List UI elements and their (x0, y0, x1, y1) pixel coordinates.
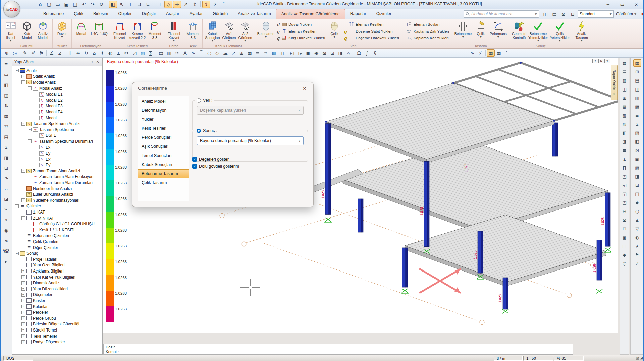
kaplama-kar-yükleri-item[interactable]: Kaplama Kar Yükleri (402, 35, 449, 41)
report-half-icon[interactable]: ◨ (633, 173, 641, 180)
tree-item-statik-analiz[interactable]: +Statik Analiz (12, 74, 102, 80)
half-fill-icon[interactable]: ◨ (336, 49, 344, 57)
tree-item-yükleme-kombinasyonları[interactable]: +↔Yükleme Kombinasyonları (12, 197, 102, 203)
tree-expander[interactable]: − (28, 86, 32, 90)
tree-item-modal-[interactable]: ζModal' (12, 115, 102, 121)
report-sum-icon[interactable]: Σ (633, 120, 641, 128)
tab-de-i-tir[interactable]: Değiştir (137, 9, 161, 19)
report-hatch-2-icon[interactable]: ◧ (633, 138, 641, 145)
report-hatch-1-icon[interactable]: ▧ (633, 129, 641, 136)
tree-expander[interactable]: + (21, 198, 25, 202)
tree-item-zaman-tanım-alanı-analizi[interactable]: −∿Zaman Tanım Alanı Analizi (12, 168, 102, 174)
eleman-kesitleri-item[interactable]: Eleman Kesitleri (344, 22, 399, 27)
tree-item-zaman-tanım-alanı-durumları[interactable]: ≋Zaman Tanım Alanı Durumları (12, 180, 102, 186)
report-shade-icon[interactable]: ◐ (633, 234, 641, 241)
t-perf-button[interactable]: Peformans▼ (489, 20, 508, 43)
tree-item-kesit-1-1-1-kesi-ti-[interactable]: Kesit 1 / 1-1 KESİTİ (12, 227, 102, 233)
tree-item-sürekli-temel[interactable]: +Sürekli Temel (12, 327, 102, 333)
cell-edit-icon[interactable]: ⊡ (621, 225, 629, 232)
tree-item-tasarım-spektrumu-durumları[interactable]: −∿Tasarım Spektrumu Durumları (12, 138, 102, 144)
tree-item-nonlineer-i-tme-analizi[interactable]: Nonlineer İtme Analizi (12, 186, 102, 192)
flag-marker-icon[interactable]: ⚑ (37, 49, 45, 57)
tab-ayarlar[interactable]: Ayarlar (184, 9, 208, 19)
report-empty-icon[interactable]: □ (633, 190, 641, 197)
hatch-icon[interactable]: ▨ (139, 49, 147, 57)
report-view-icon[interactable]: ▤ (2, 133, 10, 140)
dialog-item-perde-sonuçları[interactable]: Perde Sonuçları (138, 133, 189, 142)
select-cursor-icon[interactable]: ↖ (118, 1, 126, 8)
result-table-10-icon[interactable]: ◨ (621, 138, 629, 145)
perde-button[interactable]: EksenelKuvvet▼ (166, 20, 182, 43)
dialog-item-betonarme-tasarım[interactable]: Betonarme Tasarım (138, 169, 189, 178)
tree-expander[interactable]: − (15, 69, 19, 72)
rotate-icon[interactable]: ↻ (82, 49, 90, 57)
show-values-checkbox[interactable]: ✓ (192, 157, 197, 162)
corner-3-icon[interactable]: ◲ (621, 190, 629, 197)
tree-expander[interactable]: + (21, 293, 25, 297)
section-view-icon[interactable]: ◨ (2, 154, 10, 161)
collapse-table-icon[interactable]: ⊟ (621, 207, 629, 215)
report-preview-tab[interactable]: Rapor Önizleme (611, 65, 618, 100)
spline-icon[interactable]: ∿ (189, 49, 197, 57)
move-icon[interactable]: ✛ (66, 49, 74, 57)
zoom-in-icon[interactable]: ⊕ (3, 49, 11, 57)
fit-view-icon[interactable]: ⌂ (90, 49, 98, 57)
report-diamond-icon[interactable]: ◆ (633, 199, 641, 206)
tab-analiz-ve-tasar-m[interactable]: Analiz ve Tasarım (233, 9, 276, 19)
dialog-item-kabuk-sonuçları[interactable]: Kabuk Sonuçları (138, 160, 189, 169)
door-icon[interactable]: ⊔ (569, 10, 577, 18)
status-unit[interactable]: tf / m (494, 356, 523, 361)
tree-expander[interactable]: + (21, 275, 25, 279)
data-grid-icon[interactable]: ▦ (495, 49, 503, 57)
result-table-9-icon[interactable]: ◧ (621, 129, 629, 136)
sum-view-icon[interactable]: Σ (2, 143, 10, 151)
tab-objeler[interactable]: Objeler (113, 9, 137, 19)
stretch-icon[interactable]: ⇔ (74, 49, 82, 57)
collapse-panel-icon[interactable]: ▸ (2, 258, 10, 265)
report-fill-icon[interactable]: ▣ (633, 155, 641, 163)
report-down-icon[interactable]: ▽ (633, 225, 641, 232)
t-cel-button[interactable]: Çelik▼ (473, 20, 489, 43)
perpendicular-snap-icon[interactable]: ⊥ (126, 1, 135, 8)
tab-ara-lar[interactable]: Araçlar (161, 9, 184, 19)
delete-region-icon[interactable]: ⊠ (320, 49, 328, 57)
corner-tool-1-icon[interactable]: ◱ (288, 49, 296, 57)
shade-mode-icon[interactable]: ◐ (106, 49, 114, 57)
report-hatch-3-icon[interactable]: ▨ (633, 164, 641, 171)
idecad-logo[interactable]: ideCAD (3, 1, 20, 17)
tree-item-açıklama-bilgileri[interactable]: +Açıklama Bilgileri (12, 268, 102, 274)
sonuc-dropdown[interactable]: Boyuna donatı pursantajı (%-Kolonlar)∨ (197, 136, 304, 145)
wave-tool-icon[interactable]: ≋ (173, 49, 181, 57)
tree-item-zemi-n-kat[interactable]: −ZEMİN KAT (12, 215, 102, 221)
tree-item-kolonlar[interactable]: +Kolonlar (12, 304, 102, 310)
report-circle-icon[interactable]: ○ (633, 207, 641, 215)
quick-analysis-arrow-icon[interactable]: ˅ (220, 1, 228, 8)
result-table-4-icon[interactable]: ◫ (621, 85, 629, 93)
view-dropdown[interactable]: Görünüm▼ (615, 12, 638, 16)
raise-snap-icon[interactable]: ↥ (191, 1, 199, 8)
tree-item-analiz[interactable]: −Analiz (12, 68, 102, 74)
tree-expander[interactable]: − (28, 139, 32, 143)
mouse2-button[interactable]: Çelik▼ (326, 20, 342, 43)
döşeme-hareketli-yükleri-item[interactable]: qDöşeme Hareketli Yükleri (344, 35, 399, 41)
sum-results-icon[interactable]: Σ (621, 155, 629, 163)
eleman-boyları-item[interactable]: Eleman Boyları (402, 22, 449, 27)
mouse-button[interactable]: Betonarme▼ (256, 20, 275, 43)
tree-item-yapı-özet-bilgileri[interactable]: Yapı Özet Bilgileri (12, 262, 102, 268)
parallel-snap-icon[interactable]: ⇉ (135, 1, 143, 8)
tree-item-proje-hataları[interactable]: Proje Hataları (12, 256, 102, 262)
auto-label-icon[interactable]: AUTO ABC (2, 247, 10, 255)
grid-table-icon[interactable]: ▥ (165, 49, 173, 57)
geo-button[interactable]: GeometriKontrolü (511, 20, 527, 43)
eksenel-button[interactable]: EksenelKuvvet (112, 20, 128, 43)
t-bet-button[interactable]: Betonarme▼ (453, 20, 473, 43)
polygon-snap-icon[interactable]: ◇ (164, 1, 172, 8)
empty-cell-icon[interactable]: □ (621, 242, 629, 250)
record-icon[interactable]: ■ (639, 10, 644, 18)
report-close-icon[interactable]: ⊠ (633, 146, 641, 154)
tree-expander[interactable]: − (15, 204, 19, 208)
close-view-icon[interactable]: ⊠ (559, 10, 568, 18)
tree-expander[interactable]: + (21, 281, 25, 285)
g1416q-button[interactable]: 1.4G+1.6Q (89, 20, 109, 43)
tree-expander[interactable]: − (15, 252, 19, 255)
